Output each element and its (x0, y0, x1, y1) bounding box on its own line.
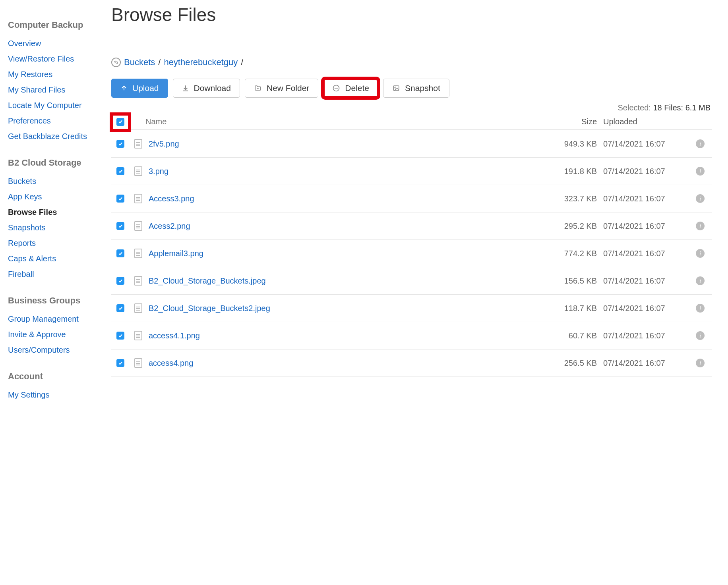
sidebar-item[interactable]: Reports (8, 236, 99, 251)
file-size: 774.2 KB (545, 249, 597, 258)
file-size: 949.3 KB (545, 139, 597, 149)
sidebar-item[interactable]: Overview (8, 36, 99, 51)
svg-rect-1 (393, 86, 399, 91)
file-name[interactable]: Access3.png (147, 194, 545, 203)
delete-label: Delete (345, 83, 369, 93)
sidebar-item[interactable]: Get Backblaze Credits (8, 129, 99, 144)
file-icon (134, 358, 142, 368)
upload-label: Upload (132, 83, 159, 93)
sidebar-item[interactable]: My Shared Files (8, 82, 99, 98)
sidebar-item[interactable]: Fireball (8, 266, 99, 282)
sidebar-item[interactable]: Preferences (8, 113, 99, 129)
row-checkbox[interactable] (116, 167, 124, 175)
file-name[interactable]: access4.1.png (147, 331, 545, 340)
sidebar-item[interactable]: Browse Files (8, 205, 99, 220)
download-label: Download (194, 83, 231, 93)
sidebar-item[interactable]: Locate My Computer (8, 98, 99, 113)
sidebar-item[interactable]: Users/Computers (8, 342, 99, 358)
file-icon (134, 221, 142, 231)
header-size[interactable]: Size (545, 117, 597, 126)
row-checkbox[interactable] (116, 277, 124, 285)
file-size: 191.8 KB (545, 167, 597, 176)
file-name[interactable]: 2fv5.png (147, 139, 545, 149)
file-name[interactable]: B2_Cloud_Storage_Buckets2.jpeg (147, 304, 545, 313)
sidebar-item[interactable]: My Restores (8, 67, 99, 82)
sidebar-item[interactable]: Caps & Alerts (8, 251, 99, 266)
new-folder-label: New Folder (267, 83, 309, 93)
select-all-checkbox[interactable] (116, 118, 124, 126)
row-checkbox[interactable] (116, 249, 124, 257)
undo-icon[interactable] (111, 58, 121, 67)
sidebar-item[interactable]: My Settings (8, 387, 99, 403)
table-row: Acess2.png295.2 KB07/14/2021 16:07i (111, 212, 712, 240)
breadcrumb: Buckets / heytherebucketguy / (111, 57, 712, 68)
file-name[interactable]: Acess2.png (147, 222, 545, 231)
minus-circle-icon (332, 84, 340, 92)
header-name[interactable]: Name (130, 117, 545, 126)
selection-label: Selected: (618, 103, 651, 112)
svg-point-2 (395, 87, 396, 88)
info-icon[interactable]: i (696, 222, 705, 230)
row-checkbox[interactable] (116, 332, 124, 340)
file-name[interactable]: access4.png (147, 359, 545, 368)
info-icon[interactable]: i (696, 167, 705, 176)
file-uploaded: 07/14/2021 16:07 (597, 304, 688, 313)
new-folder-button[interactable]: New Folder (245, 79, 318, 98)
download-button[interactable]: Download (173, 79, 240, 98)
sidebar-item[interactable]: View/Restore Files (8, 51, 99, 67)
table-row: Applemail3.png774.2 KB07/14/2021 16:07i (111, 240, 712, 267)
file-name[interactable]: 3.png (147, 167, 545, 176)
info-icon[interactable]: i (696, 139, 705, 148)
sidebar-item[interactable]: Invite & Approve (8, 327, 99, 342)
table-row: 2fv5.png949.3 KB07/14/2021 16:07i (111, 130, 712, 158)
file-icon (134, 276, 142, 286)
download-icon (182, 85, 189, 92)
sidebar-item[interactable]: Snapshots (8, 220, 99, 236)
row-checkbox[interactable] (116, 222, 124, 230)
toolbar: Upload Download New Folder Delete (111, 79, 712, 98)
breadcrumb-sep: / (241, 57, 243, 68)
file-uploaded: 07/14/2021 16:07 (597, 222, 688, 231)
delete-button[interactable]: Delete (323, 79, 378, 98)
info-icon[interactable]: i (696, 359, 705, 367)
info-icon[interactable]: i (696, 304, 705, 313)
row-checkbox[interactable] (116, 359, 124, 367)
file-name[interactable]: B2_Cloud_Storage_Buckets.jpeg (147, 276, 545, 286)
breadcrumb-root[interactable]: Buckets (124, 57, 155, 68)
table-row: 3.png191.8 KB07/14/2021 16:07i (111, 158, 712, 185)
row-checkbox[interactable] (116, 140, 124, 148)
sidebar-item[interactable]: App Keys (8, 189, 99, 205)
row-checkbox[interactable] (116, 304, 124, 312)
upload-button[interactable]: Upload (111, 79, 168, 98)
table-row: Access3.png323.7 KB07/14/2021 16:07i (111, 185, 712, 212)
info-icon[interactable]: i (696, 331, 705, 340)
file-icon (134, 139, 142, 149)
image-icon (392, 85, 400, 92)
sidebar-item[interactable]: Buckets (8, 174, 99, 189)
info-icon[interactable]: i (696, 194, 705, 203)
file-icon (134, 194, 142, 203)
file-size: 256.5 KB (545, 359, 597, 368)
snapshot-label: Snapshot (405, 83, 440, 93)
file-size: 323.7 KB (545, 194, 597, 203)
sidebar-heading: B2 Cloud Storage (8, 158, 99, 168)
row-checkbox[interactable] (116, 195, 124, 203)
file-uploaded: 07/14/2021 16:07 (597, 139, 688, 149)
info-icon[interactable]: i (696, 276, 705, 285)
sidebar: Computer BackupOverviewView/Restore File… (0, 0, 99, 585)
file-icon (134, 303, 142, 313)
file-uploaded: 07/14/2021 16:07 (597, 359, 688, 368)
breadcrumb-bucket[interactable]: heytherebucketguy (164, 57, 238, 68)
file-size: 295.2 KB (545, 222, 597, 231)
breadcrumb-sep: / (158, 57, 161, 68)
header-uploaded[interactable]: Uploaded (597, 117, 688, 126)
file-name[interactable]: Applemail3.png (147, 249, 545, 258)
file-uploaded: 07/14/2021 16:07 (597, 276, 688, 286)
file-size: 118.7 KB (545, 304, 597, 313)
snapshot-button[interactable]: Snapshot (383, 79, 449, 98)
info-icon[interactable]: i (696, 249, 705, 258)
folder-plus-icon (254, 85, 262, 92)
table-row: B2_Cloud_Storage_Buckets.jpeg156.5 KB07/… (111, 267, 712, 295)
sidebar-item[interactable]: Group Management (8, 311, 99, 327)
file-uploaded: 07/14/2021 16:07 (597, 331, 688, 340)
